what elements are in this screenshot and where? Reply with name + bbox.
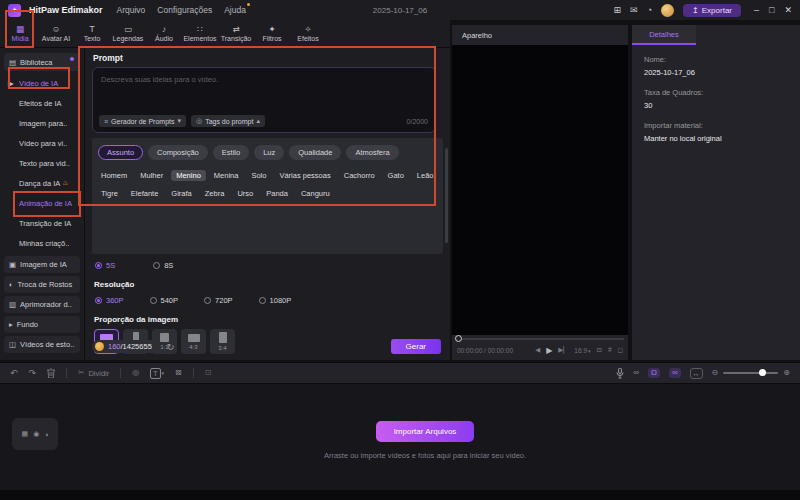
tag-category-estilo[interactable]: Estilo: [213, 145, 249, 160]
next-frame-icon[interactable]: ▶▏: [558, 347, 568, 354]
tab-texto[interactable]: T Texto: [74, 25, 110, 43]
tag-panda[interactable]: Panda: [266, 189, 288, 198]
seek-handle[interactable]: [455, 335, 462, 342]
tag-menina[interactable]: Menina: [214, 171, 239, 180]
tag-gato[interactable]: Gato: [388, 171, 404, 180]
zoom-slider-handle[interactable]: [759, 369, 766, 376]
play-icon[interactable]: ▶: [546, 347, 552, 355]
sidebar-item-videos-de-estoque[interactable]: ◫ Vídeos de esto..: [4, 336, 80, 353]
fullscreen-icon[interactable]: ◻: [618, 347, 623, 354]
auto-link-icon[interactable]: ∞: [669, 368, 681, 378]
tag-homem[interactable]: Homem: [101, 171, 127, 180]
tag-urso[interactable]: Urso: [237, 189, 253, 198]
maximize-button[interactable]: □: [769, 5, 774, 15]
tag-zebra[interactable]: Zebra: [205, 189, 225, 198]
tag-category-assunto[interactable]: Assunto: [98, 145, 143, 160]
magnet-snap-icon[interactable]: Ω: [648, 368, 660, 378]
close-button[interactable]: ✕: [784, 5, 792, 15]
fit-timeline-icon[interactable]: ↔: [690, 368, 703, 379]
text-track-icon[interactable]: ◑: [44, 431, 48, 438]
sidebar-item-transicao-de-ia[interactable]: Transição de IA: [0, 213, 84, 233]
tab-avatar-ai[interactable]: ☺ Avatar AI: [38, 25, 74, 43]
resolution-540p-radio[interactable]: 540P: [150, 296, 179, 305]
tab-efeitos[interactable]: ✧ Efeitos: [290, 25, 326, 43]
text-tool-button[interactable]: T ▾: [150, 368, 164, 379]
sidebar-item-troca-de-rostos[interactable]: ◐ Troca de Rostos: [4, 276, 80, 293]
tag-category-luz[interactable]: Luz: [254, 145, 284, 160]
zoom-slider[interactable]: [723, 372, 778, 374]
preview-seek-slider[interactable]: [452, 335, 628, 343]
tag-leao[interactable]: Leão: [417, 171, 434, 180]
tag-tigre[interactable]: Tigre: [101, 189, 118, 198]
undo-icon[interactable]: ↶: [10, 369, 18, 378]
redo-icon[interactable]: ↷: [29, 369, 37, 378]
sticker-tool-icon[interactable]: ⊡: [205, 369, 212, 377]
sidebar-item-video-de-ia[interactable]: ▶ Vídeo de IA: [0, 73, 84, 93]
crop-icon[interactable]: #: [608, 347, 612, 354]
tag-category-composicao[interactable]: Composição: [148, 145, 208, 160]
tag-category-atmosfera[interactable]: Atmosfera: [346, 145, 398, 160]
tag-cachorro[interactable]: Cachorro: [344, 171, 375, 180]
menu-ajuda[interactable]: Ajuda: [224, 5, 246, 15]
user-avatar[interactable]: [661, 4, 674, 17]
tag-mulher[interactable]: Mulher: [140, 171, 163, 180]
menu-configuracoes[interactable]: Configurações: [157, 5, 212, 15]
audio-track-icon[interactable]: ◉: [33, 430, 39, 438]
tag-elefante[interactable]: Elefante: [131, 189, 159, 198]
tag-girafa[interactable]: Girafa: [171, 189, 191, 198]
prompt-tags-button[interactable]: ◎ Tags do prompt ▴: [191, 115, 265, 127]
trash-icon[interactable]: [47, 368, 55, 378]
tab-audio[interactable]: ♪ Áudio: [146, 25, 182, 43]
duration-5s-radio[interactable]: 5S: [95, 261, 115, 270]
sidebar-item-imagem-para[interactable]: Imagem para..: [0, 113, 84, 133]
marker-icon[interactable]: ◎: [132, 369, 139, 377]
generate-button[interactable]: Gerar: [391, 339, 441, 354]
duration-8s-radio[interactable]: 8S: [153, 261, 173, 270]
refresh-credits-icon[interactable]: ↻: [167, 342, 175, 352]
tab-elementos[interactable]: ∷ Elementos: [182, 25, 218, 43]
tag-canguru[interactable]: Canguru: [301, 189, 330, 198]
minimize-button[interactable]: –: [754, 5, 759, 15]
zoom-out-icon[interactable]: ⊖: [712, 369, 719, 377]
export-button[interactable]: ↥ Exportar: [683, 4, 741, 17]
sidebar-item-aprimorador[interactable]: ▥ Aprimorador d..: [4, 296, 80, 313]
zoom-in-icon[interactable]: ⊕: [783, 369, 790, 377]
delete-subtitle-icon[interactable]: ⊠: [175, 369, 182, 377]
split-button[interactable]: ✂ Dividir: [78, 369, 109, 378]
resolution-360p-radio[interactable]: 360P: [95, 296, 124, 305]
sidebar-item-biblioteca[interactable]: ▤ Biblioteca: [4, 53, 80, 71]
import-files-button[interactable]: Importar Arquivos: [376, 421, 475, 442]
sidebar-item-texto-para[interactable]: Texto para vid..: [0, 153, 84, 173]
sidebar-item-animacao-de-ia[interactable]: Animação de IA: [0, 193, 84, 213]
tag-varias-pessoas[interactable]: Várias pessoas: [279, 171, 330, 180]
sidebar-item-video-para[interactable]: Vídeo para vi..: [0, 133, 84, 153]
tab-legendas[interactable]: ▭ Legendas: [110, 25, 146, 43]
microphone-icon[interactable]: [616, 368, 624, 379]
tag-solo[interactable]: Solo: [251, 171, 266, 180]
snapshot-icon[interactable]: ⊡: [597, 347, 602, 354]
sidebar-item-danca-da-ia[interactable]: Dança da IA ♨: [0, 173, 84, 193]
tag-menino[interactable]: Menino: [171, 170, 206, 181]
previous-frame-icon[interactable]: ◀: [535, 347, 540, 354]
prompt-generator-button[interactable]: ≡ Gerador de Prompts ▾: [99, 115, 186, 127]
sidebar-item-efeitos-de-ia[interactable]: Efeitos de IA: [0, 93, 84, 113]
tab-filtros[interactable]: ✦ Filtros: [254, 25, 290, 43]
panel-scrollbar[interactable]: [445, 148, 448, 243]
preview-ratio-select[interactable]: 16:9▾: [574, 347, 590, 354]
tag-category-qualidade[interactable]: Qualidade: [289, 145, 341, 160]
tab-transicao[interactable]: ⇄ Transição: [218, 25, 254, 43]
panels-icon[interactable]: ⊞: [614, 6, 622, 15]
resolution-1080p-radio[interactable]: 1080P: [259, 296, 292, 305]
history-icon[interactable]: ◔: [647, 6, 652, 15]
tab-detalhes[interactable]: Detalhes: [632, 25, 696, 45]
sidebar-item-imagem-de-ia[interactable]: ▣ Imagem de IA: [4, 256, 80, 273]
sidebar-item-fundo[interactable]: ▸ Fundo: [4, 316, 80, 333]
menu-arquivo[interactable]: Arquivo: [117, 5, 146, 15]
prompt-input[interactable]: [99, 73, 423, 111]
sidebar-item-minhas-criacoes[interactable]: Minhas criaçõ..: [0, 233, 84, 253]
tab-midia[interactable]: ▦ Mídia: [2, 25, 38, 43]
link-clips-icon[interactable]: ∞: [633, 369, 639, 377]
video-track-icon[interactable]: ▦: [22, 430, 29, 438]
feedback-icon[interactable]: ✉: [630, 6, 638, 15]
resolution-720p-radio[interactable]: 720P: [204, 296, 233, 305]
